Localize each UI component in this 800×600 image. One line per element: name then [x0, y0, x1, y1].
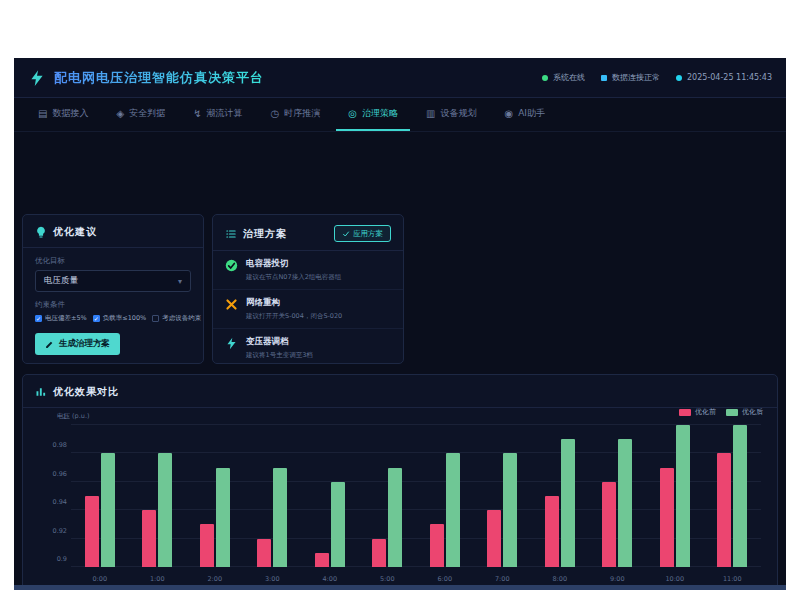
- plan-item-text: 电容器投切建议在节点N07接入2组电容器组: [246, 258, 341, 282]
- ai-assistant-icon: ◉: [504, 108, 513, 119]
- bar-优化后[interactable]: [733, 425, 747, 567]
- bar-优化前[interactable]: [85, 496, 99, 567]
- tab-device-plan[interactable]: ▥设备规划: [414, 98, 488, 131]
- plan-item-text: 网络重构建议打开开关S-004，闭合S-020: [246, 297, 342, 321]
- generate-plan-button[interactable]: 生成治理方案: [35, 333, 120, 355]
- bar-优化前[interactable]: [545, 496, 559, 567]
- bar-group: [646, 425, 704, 567]
- bar-优化前[interactable]: [717, 453, 731, 567]
- chart-plot-area: 10.980.960.940.920.9: [71, 425, 761, 567]
- plan-item-list: 电容器投切建议在节点N07接入2组电容器组网络重构建议打开开关S-004，闭合S…: [213, 251, 403, 367]
- tab-label: 时序推演: [284, 107, 320, 120]
- bar-优化后[interactable]: [676, 425, 690, 567]
- bar-优化后[interactable]: [158, 453, 172, 567]
- plan-card-title: 治理方案: [243, 227, 287, 241]
- governance-icon: ◎: [348, 108, 357, 119]
- chart-card-header: 优化效果对比: [23, 375, 777, 408]
- plan-item-title: 电容器投切: [246, 258, 341, 270]
- plan-item[interactable]: 变压器调档建议将1号主变调至3档: [213, 329, 403, 367]
- bar-优化前[interactable]: [430, 524, 444, 567]
- apply-plan-button[interactable]: 应用方案: [334, 225, 391, 242]
- bar-优化后[interactable]: [388, 468, 402, 567]
- bar-group: [244, 425, 302, 567]
- plan-item-text: 变压器调档建议将1号主变调至3档: [246, 336, 313, 360]
- bar-group: [359, 425, 417, 567]
- x-axis-tick: 7:00: [474, 575, 532, 583]
- y-axis-tick: 0.96: [53, 470, 71, 478]
- bolt-logo-icon: [28, 69, 46, 87]
- bar-优化前[interactable]: [602, 482, 616, 567]
- app-header: 配电网电压治理智能仿真决策平台 系统在线数据连接正常2025-04-25 11:…: [14, 58, 786, 98]
- bar-优化前[interactable]: [200, 524, 214, 567]
- plan-item[interactable]: 电容器投切建议在节点N07接入2组电容器组: [213, 251, 403, 290]
- bar-优化后[interactable]: [446, 453, 460, 567]
- bar-group: [301, 425, 359, 567]
- tab-power-flow[interactable]: ↯潮流计算: [181, 98, 254, 131]
- clock-dot-icon: [676, 75, 682, 81]
- plan-item[interactable]: 网络重构建议打开开关S-004，闭合S-020: [213, 290, 403, 329]
- check-circle-icon: [225, 259, 238, 272]
- y-axis-tick: 0.98: [53, 441, 71, 449]
- bar-group: [589, 425, 647, 567]
- legend-item[interactable]: 优化前: [679, 407, 716, 417]
- tab-label: 安全判据: [129, 107, 165, 120]
- power-flow-icon: ↯: [193, 108, 201, 119]
- bar-优化后[interactable]: [618, 439, 632, 567]
- checkbox-checked-icon: ✓: [35, 315, 42, 322]
- bar-优化前[interactable]: [142, 510, 156, 567]
- bar-优化后[interactable]: [561, 439, 575, 567]
- bar-优化后[interactable]: [273, 468, 287, 567]
- tab-data-access[interactable]: ▤数据接入: [26, 98, 100, 131]
- x-axis-tick: 5:00: [359, 575, 417, 583]
- bar-优化前[interactable]: [487, 510, 501, 567]
- tab-label: 治理策略: [362, 107, 398, 120]
- tab-safety-check[interactable]: ◈安全判据: [104, 98, 177, 131]
- status-label: 系统在线: [553, 72, 585, 83]
- app-window: 配电网电压治理智能仿真决策平台 系统在线数据连接正常2025-04-25 11:…: [14, 58, 786, 590]
- governance-plan-card: 治理方案 应用方案 电容器投切建议在节点N07接入2组电容器组网络重构建议打开开…: [212, 214, 404, 364]
- constraint-label: 约束条件: [35, 300, 191, 310]
- bolt-icon: [225, 337, 238, 350]
- bar-优化后[interactable]: [331, 482, 345, 567]
- generate-plan-label: 生成治理方案: [59, 338, 110, 350]
- constraint-checkbox-label: 考虑设备约束: [162, 314, 201, 323]
- bar-优化前[interactable]: [257, 539, 271, 567]
- bar-优化前[interactable]: [660, 468, 674, 567]
- bar-优化后[interactable]: [101, 453, 115, 567]
- bar-group: [474, 425, 532, 567]
- plan-item-desc: 建议在节点N07接入2组电容器组: [246, 273, 341, 282]
- bar-group: [416, 425, 474, 567]
- time-series-icon: ◷: [271, 108, 280, 119]
- optimize-target-value: 电压质量: [44, 275, 78, 287]
- tab-governance[interactable]: ◎治理策略: [336, 98, 410, 131]
- plan-item-title: 变压器调档: [246, 336, 313, 348]
- bar-优化前[interactable]: [372, 539, 386, 567]
- plan-item-title: 网络重构: [246, 297, 342, 309]
- legend-item[interactable]: 优化后: [726, 407, 763, 417]
- tab-ai-assistant[interactable]: ◉AI助手: [492, 98, 557, 131]
- tab-time-series[interactable]: ◷时序推演: [259, 98, 333, 131]
- constraint-checkbox[interactable]: ✓负载率≤100%: [93, 314, 147, 323]
- page-title: 配电网电压治理智能仿真决策平台: [54, 69, 264, 87]
- x-axis-tick: 8:00: [531, 575, 589, 583]
- bar-优化前[interactable]: [315, 553, 329, 567]
- legend-swatch-icon: [679, 409, 691, 416]
- nav-tabs: ▤数据接入◈安全判据↯潮流计算◷时序推演◎治理策略▥设备规划◉AI助手: [14, 98, 786, 132]
- constraint-checkbox[interactable]: 考虑设备约束: [152, 314, 201, 323]
- device-plan-icon: ▥: [426, 108, 435, 119]
- data-link-icon: [601, 75, 607, 81]
- y-axis-tick: 1: [63, 413, 71, 421]
- check-icon: [342, 230, 350, 238]
- optimize-suggestion-card: 优化建议 优化目标 电压质量 ▾ 约束条件 ✓电压偏差±5%✓负载率≤100%考…: [22, 214, 204, 364]
- optimize-target-select[interactable]: 电压质量 ▾: [35, 270, 191, 292]
- status-label: 数据连接正常: [612, 72, 660, 83]
- status-item: 系统在线: [542, 72, 585, 83]
- bar-优化后[interactable]: [503, 453, 517, 567]
- x-axis-tick: 2:00: [186, 575, 244, 583]
- chevron-down-icon: ▾: [178, 277, 182, 286]
- constraint-checkbox[interactable]: ✓电压偏差±5%: [35, 314, 87, 323]
- bar-优化后[interactable]: [216, 468, 230, 567]
- y-axis-tick: 0.94: [53, 498, 71, 506]
- chart-legend: 优化前优化后: [679, 407, 763, 417]
- constraint-checkbox-label: 负载率≤100%: [103, 314, 147, 323]
